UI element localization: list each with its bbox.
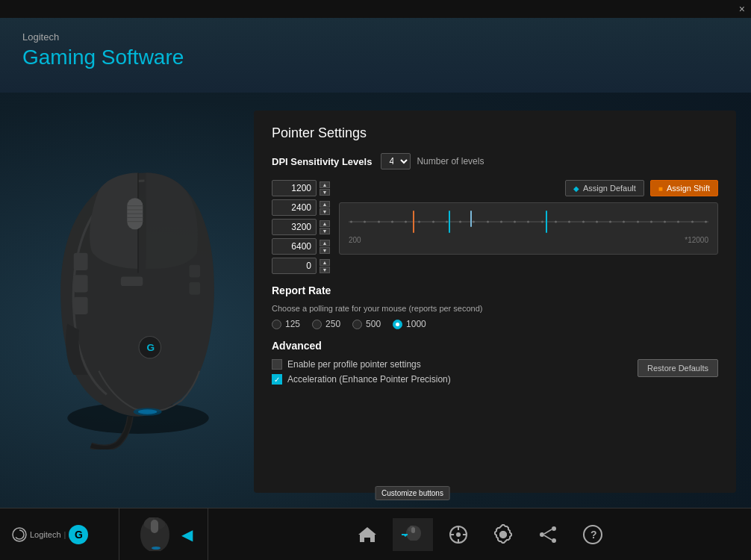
dpi-down-4[interactable]: ▼ <box>320 247 330 254</box>
toolbar-home-button[interactable] <box>348 518 387 551</box>
dpi-down-2[interactable]: ▼ <box>320 208 330 215</box>
advanced-content: Enable per profile pointer settings Acce… <box>272 359 718 385</box>
checkbox-group: Enable per profile pointer settings Acce… <box>272 359 451 385</box>
checkbox-acceleration-label: Acceleration (Enhance Pointer Precision) <box>287 374 451 385</box>
panel-title: Pointer Settings <box>272 125 718 141</box>
dpi-level-select[interactable]: 4 1 2 3 5 <box>381 153 411 169</box>
mouse-image-area: G <box>0 93 276 508</box>
radio-group: 125 250 500 1000 <box>272 319 718 329</box>
dpi-spinner-2: ▲ ▼ <box>320 201 330 215</box>
dpi-up-2[interactable]: ▲ <box>320 201 330 208</box>
report-rate-section: Report Rate Choose a polling rate for yo… <box>272 284 718 329</box>
toolbar-left: Logitech | G <box>0 508 119 560</box>
checkbox-acceleration[interactable]: Acceleration (Enhance Pointer Precision) <box>272 374 451 385</box>
slider-marker-1[interactable] <box>413 211 414 233</box>
dpi-right: Assign Default Assign Shift <box>339 180 718 255</box>
dpi-spinner-4: ▲ ▼ <box>320 240 330 254</box>
dpi-spinner-5: ▲ ▼ <box>320 259 330 273</box>
radio-circle-500 <box>352 320 362 329</box>
slider-marker-3[interactable] <box>470 211 472 227</box>
dpi-up-1[interactable]: ▲ <box>320 181 330 188</box>
dpi-rows: ▲ ▼ ▲ ▼ ▲ ▼ ▲ <box>272 180 330 274</box>
g-logo: G <box>69 525 88 544</box>
toolbar-customize-button[interactable]: Customize buttons <box>393 518 433 551</box>
customize-buttons-tooltip: Customize buttons <box>375 486 450 500</box>
pointer-settings-icon <box>448 524 469 545</box>
dpi-up-3[interactable]: ▲ <box>320 220 330 227</box>
advanced-section: Advanced Enable per profile pointer sett… <box>272 340 718 385</box>
slider-marker-4[interactable] <box>546 211 547 233</box>
dpi-input-3[interactable] <box>272 219 317 235</box>
svg-line-34 <box>544 535 552 540</box>
dpi-up-5[interactable]: ▲ <box>320 259 330 266</box>
titlebar: × <box>0 0 751 18</box>
assign-buttons: Assign Default Assign Shift <box>339 180 718 196</box>
dpi-content: ▲ ▼ ▲ ▼ ▲ ▼ ▲ <box>272 180 718 274</box>
dpi-down-3[interactable]: ▼ <box>320 228 330 234</box>
customize-buttons-icon <box>402 524 424 545</box>
share-icon <box>537 524 558 545</box>
svg-point-13 <box>138 409 157 414</box>
dpi-input-2[interactable] <box>272 199 317 216</box>
svg-line-33 <box>544 529 552 534</box>
dpi-spinner-3: ▲ ▼ <box>320 220 330 234</box>
radio-125[interactable]: 125 <box>272 319 300 329</box>
toolbar-settings-button[interactable] <box>484 518 523 551</box>
header: Logitech Gaming Software <box>0 18 751 93</box>
radio-circle-1000 <box>393 320 402 329</box>
slider-max-label: *12000 <box>685 236 708 244</box>
toolbar-share-button[interactable] <box>529 518 567 551</box>
dpi-down-5[interactable]: ▼ <box>320 267 330 273</box>
svg-rect-15 <box>189 282 200 295</box>
svg-point-20 <box>152 547 161 550</box>
app-title: Gaming Software <box>22 46 729 69</box>
radio-250[interactable]: 250 <box>312 319 340 329</box>
radio-label-500: 500 <box>366 319 381 329</box>
dpi-input-1[interactable] <box>272 180 317 196</box>
report-rate-title: Report Rate <box>272 284 718 296</box>
dpi-input-5[interactable] <box>272 258 317 274</box>
dpi-row-5: ▲ ▼ <box>272 258 330 274</box>
checkbox-profile-label: Enable per profile pointer settings <box>287 359 421 370</box>
slider-min-label: 200 <box>349 236 361 244</box>
restore-defaults-button[interactable]: Restore Defaults <box>638 359 718 377</box>
toolbar-help-button[interactable]: ? <box>573 518 612 551</box>
toolbar: Logitech | G ◀ Customize buttons <box>0 508 751 560</box>
main-panel: Pointer Settings DPI Sensitivity Levels … <box>254 111 736 493</box>
radio-circle-250 <box>312 320 322 329</box>
radio-1000[interactable]: 1000 <box>393 319 426 329</box>
checkbox-acceleration-box <box>272 374 282 385</box>
brand-label: Logitech <box>22 31 729 43</box>
dpi-row-3: ▲ ▼ <box>272 219 330 235</box>
svg-rect-10 <box>74 297 88 314</box>
dpi-input-4[interactable] <box>272 238 317 255</box>
dpi-section-label: DPI Sensitivity Levels <box>272 156 372 167</box>
svg-point-31 <box>552 538 556 543</box>
assign-shift-button[interactable]: Assign Shift <box>650 180 718 196</box>
svg-text:G: G <box>147 342 155 353</box>
checkbox-profile-box <box>272 359 282 370</box>
logitech-logo: Logitech | G <box>12 525 88 544</box>
assign-default-button[interactable]: Assign Default <box>565 180 644 196</box>
svg-point-28 <box>456 532 461 537</box>
logitech-text: Logitech <box>30 530 61 539</box>
toolbar-pointer-button[interactable] <box>439 518 478 551</box>
help-icon: ? <box>582 524 603 545</box>
close-button[interactable]: × <box>739 3 745 15</box>
gear-icon <box>493 524 514 545</box>
dpi-up-4[interactable]: ▲ <box>320 240 330 246</box>
slider-marker-2[interactable] <box>449 211 450 233</box>
radio-500[interactable]: 500 <box>352 319 381 329</box>
svg-rect-8 <box>74 253 88 270</box>
advanced-title: Advanced <box>272 340 718 352</box>
dpi-spinner-1: ▲ ▼ <box>320 181 330 196</box>
svg-point-30 <box>552 526 556 531</box>
home-icon <box>357 524 378 545</box>
svg-rect-14 <box>189 265 200 278</box>
svg-rect-9 <box>74 275 88 292</box>
checkbox-profile[interactable]: Enable per profile pointer settings <box>272 359 451 370</box>
dpi-slider-container: 200 *12000 <box>339 202 718 255</box>
dpi-row-4: ▲ ▼ <box>272 238 330 255</box>
svg-point-32 <box>540 532 544 537</box>
dpi-down-1[interactable]: ▼ <box>320 189 330 196</box>
